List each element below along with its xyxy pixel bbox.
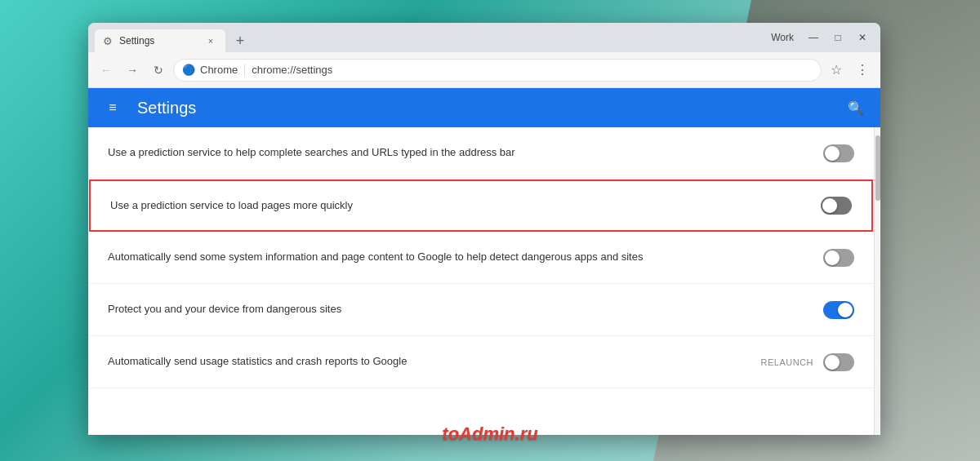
toggle-thumb <box>838 303 853 317</box>
maximize-button[interactable]: □ <box>826 28 849 47</box>
relaunch-label: RELAUNCH <box>760 357 813 367</box>
hamburger-icon: ≡ <box>109 100 116 115</box>
bookmark-button[interactable]: ☆ <box>825 59 848 82</box>
title-bar: ⚙ Settings × + Work — □ ✕ <box>88 23 880 52</box>
toggle-prediction-address[interactable] <box>823 144 854 162</box>
settings-search-button[interactable]: 🔍 <box>844 96 867 119</box>
setting-item-usage-stats: Automatically send usage statistics and … <box>88 336 874 388</box>
setting-label-protect-sites: Protect you and your device from dangero… <box>108 302 823 317</box>
setting-item-protect-sites: Protect you and your device from dangero… <box>88 284 874 336</box>
close-button[interactable]: ✕ <box>851 28 874 47</box>
settings-content: Use a prediction service to help complet… <box>88 127 880 435</box>
minimize-button[interactable]: — <box>802 28 825 47</box>
toggle-send-system[interactable] <box>823 249 854 267</box>
setting-label-usage-stats: Automatically send usage statistics and … <box>108 354 760 369</box>
watermark: toAdmin.ru <box>442 423 537 445</box>
reload-button[interactable]: ↻ <box>147 59 170 82</box>
secure-icon: 🔵 <box>182 64 195 76</box>
profile-name: Work <box>771 32 794 43</box>
tab-strip: ⚙ Settings × + <box>95 29 771 52</box>
setting-label-send-system: Automatically send some system informati… <box>108 250 823 264</box>
toolbar: ← → ↻ 🔵 Chrome chrome://settings ☆ ⋮ <box>88 52 880 88</box>
toggle-protect-sites[interactable] <box>823 301 854 319</box>
window-controls: Work — □ ✕ <box>771 28 874 52</box>
settings-tab-icon: ⚙ <box>103 35 114 47</box>
toggle-thumb <box>825 355 840 370</box>
setting-item-prediction-pages: Use a prediction service to load pages m… <box>89 180 873 232</box>
new-tab-button[interactable]: + <box>229 29 252 52</box>
scrollbar-thumb[interactable] <box>875 135 880 201</box>
toggle-thumb <box>825 250 840 265</box>
scrollbar-track[interactable] <box>874 127 880 435</box>
hamburger-button[interactable]: ≡ <box>101 96 124 119</box>
chrome-window: ⚙ Settings × + Work — □ ✕ ← → ↻ 🔵 Chrome… <box>88 23 880 435</box>
settings-tab[interactable]: ⚙ Settings × <box>95 29 225 52</box>
setting-label-prediction-pages: Use a prediction service to load pages m… <box>110 198 821 213</box>
back-button[interactable]: ← <box>95 59 118 82</box>
forward-button[interactable]: → <box>121 59 144 82</box>
toggle-usage-stats[interactable] <box>823 353 854 371</box>
settings-tab-title: Settings <box>119 35 199 47</box>
search-icon: 🔍 <box>848 100 864 116</box>
setting-item-prediction-address: Use a prediction service to help complet… <box>88 127 874 180</box>
settings-main: Use a prediction service to help complet… <box>88 127 874 435</box>
tab-close-button[interactable]: × <box>204 34 217 47</box>
site-name: Chrome <box>200 64 245 76</box>
url-text: chrome://settings <box>252 64 813 76</box>
menu-button[interactable]: ⋮ <box>851 59 874 82</box>
settings-title: Settings <box>137 99 831 117</box>
toggle-thumb <box>825 146 840 161</box>
address-bar[interactable]: 🔵 Chrome chrome://settings <box>173 59 822 82</box>
toggle-thumb <box>822 198 837 213</box>
settings-header: ≡ Settings 🔍 <box>88 88 880 127</box>
setting-item-send-system: Automatically send some system informati… <box>88 232 874 284</box>
toggle-prediction-pages[interactable] <box>821 197 852 215</box>
setting-label-prediction-address: Use a prediction service to help complet… <box>108 145 823 160</box>
